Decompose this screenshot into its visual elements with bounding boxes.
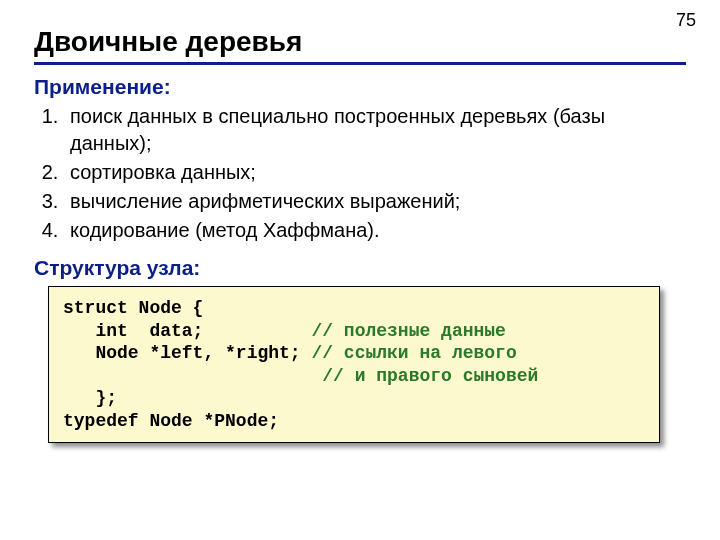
code-keyword: int: [95, 321, 127, 341]
code-comment: // полезные данные: [311, 321, 505, 341]
list-item: вычисление арифметических выражений;: [64, 188, 686, 215]
code-keyword: struct: [63, 298, 128, 318]
code-text: Node *PNode;: [139, 411, 279, 431]
list-item: поиск данных в специально построенных де…: [64, 103, 686, 157]
applications-list: поиск данных в специально построенных де…: [64, 103, 686, 244]
applications-label: Применение:: [34, 75, 686, 99]
slide: 75 Двоичные деревья Применение: поиск да…: [0, 0, 720, 540]
code-text: [63, 366, 322, 386]
title-rule: [34, 62, 686, 65]
page-number: 75: [676, 10, 696, 31]
code-keyword: typedef: [63, 411, 139, 431]
code-text: data;: [128, 321, 312, 341]
code-block-wrap: struct Node { int data; // полезные данн…: [48, 286, 660, 443]
code-block: struct Node { int data; // полезные данн…: [48, 286, 660, 443]
list-item: кодирование (метод Хаффмана).: [64, 217, 686, 244]
code-comment: // ссылки на левого: [311, 343, 516, 363]
code-comment: // и правого сыновей: [322, 366, 538, 386]
code-text: Node {: [128, 298, 204, 318]
code-text: };: [63, 388, 117, 408]
code-text: Node *left, *right;: [63, 343, 311, 363]
code-text: [63, 321, 95, 341]
node-struct-label: Структура узла:: [34, 256, 686, 280]
slide-title: Двоичные деревья: [34, 26, 686, 58]
list-item: сортировка данных;: [64, 159, 686, 186]
